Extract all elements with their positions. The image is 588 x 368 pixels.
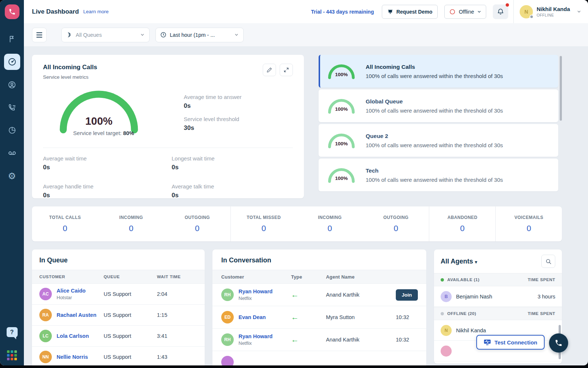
- learn-more-link[interactable]: Learn more: [83, 9, 109, 14]
- connection-pulse-icon: [484, 339, 491, 346]
- app-window: ⚙ ? Live Dashboard Learn more Trial - 44…: [0, 0, 588, 365]
- col-customer: Customer: [221, 274, 291, 280]
- service-level-gauge: 100% Service level target: 80%: [43, 88, 172, 139]
- pencil-icon: [266, 67, 272, 73]
- offline-dot: [441, 312, 444, 315]
- user-presence-dot: [530, 15, 534, 19]
- avatar: NN: [39, 351, 52, 363]
- in-queue-row: AC Alice Caido Hotstar US Support 2:04: [32, 284, 205, 305]
- in-queue-row: RA Rachael Austen US Support 1:15: [32, 305, 205, 326]
- customer-link[interactable]: Ryan Howard: [239, 333, 273, 339]
- test-connection-button[interactable]: Test Connection: [476, 335, 545, 350]
- in-conversation-panel: In Conversation Customer Type Agent Name…: [212, 250, 426, 365]
- queue-gauge: 100%: [327, 98, 355, 114]
- user-avatar: N: [520, 5, 533, 18]
- queue-summary-panel: 100% All Incoming Calls 100% of calls we…: [319, 55, 562, 198]
- presence-dropdown[interactable]: Offline: [444, 5, 486, 19]
- customer-link[interactable]: Ryan Howard: [239, 289, 273, 294]
- chevron-down-icon: [140, 32, 145, 37]
- queue-panel-scrollbar[interactable]: [560, 56, 562, 121]
- queue-item-queue-2[interactable]: 100% Queue 2 100% of calls were answered…: [319, 124, 558, 157]
- gear-icon: ⚙: [8, 171, 16, 181]
- presentation-icon: [387, 9, 393, 15]
- app-switcher-grid-icon[interactable]: [7, 350, 17, 360]
- filter-bar: All Queues Last hour (1pm - ...: [24, 23, 588, 47]
- metric-avg-talk-time: Average talk time 0s: [172, 183, 293, 199]
- sidebar-item-dashboard[interactable]: [4, 54, 20, 70]
- bell-icon: [497, 8, 504, 15]
- edit-button[interactable]: [263, 64, 276, 76]
- user-status: OFFLINE: [537, 13, 570, 17]
- search-icon: [545, 258, 552, 265]
- sidebar-item-contacts[interactable]: [4, 77, 20, 93]
- queues-filter-dropdown[interactable]: All Queues: [61, 28, 150, 42]
- time-range-dropdown[interactable]: Last hour (1pm - ...: [155, 28, 244, 42]
- join-call-button[interactable]: Join: [396, 289, 418, 301]
- in-conversation-row: RH Ryan Howard Netflix ← Anand Karthik 1…: [212, 329, 426, 351]
- sidebar-item-voicemail[interactable]: [4, 145, 20, 161]
- menu-toggle-button[interactable]: [32, 28, 47, 42]
- metric-avg-time-to-answer: Average time to answer 0s: [184, 94, 241, 110]
- service-level-card: All Incoming Calls Service level metrics: [32, 55, 304, 198]
- stat-total-missed: TOTAL MISSED0: [230, 206, 297, 241]
- service-card-title: All Incoming Calls: [43, 64, 97, 71]
- sidebar-item-call-metrics[interactable]: [4, 99, 20, 116]
- in-conversation-row: ED Evan Dean ← Myra Sutton 10:32: [212, 306, 426, 329]
- phone-widget-button[interactable]: [549, 333, 568, 353]
- stat-voicemails: VOICEMAILS0: [495, 206, 562, 241]
- call-stats-bar: TOTAL CALLS0 INCOMING0 OUTGOING0 TOTAL M…: [32, 206, 562, 241]
- help-button[interactable]: ?: [7, 327, 18, 337]
- queue-gauge: 100%: [327, 132, 355, 149]
- chevron-down-icon: [234, 32, 239, 37]
- page-title: Live Dashboard: [32, 8, 79, 15]
- expand-button[interactable]: [280, 64, 293, 76]
- sidebar-item-reports[interactable]: [4, 122, 20, 138]
- agent-row: B Benjamin Nash 3 hours: [434, 286, 562, 307]
- customer-link[interactable]: Alice Caido: [57, 288, 86, 294]
- customer-link[interactable]: Lola Carlson: [57, 333, 89, 339]
- sidebar-item-settings[interactable]: ⚙: [4, 168, 20, 184]
- trial-banner[interactable]: Trial - 443 days remaining: [311, 9, 374, 15]
- queue-item-tech[interactable]: 100% Tech 100% of calls were answered wi…: [319, 159, 558, 191]
- customer-link[interactable]: Nellie Norris: [57, 354, 88, 360]
- agents-section-offline: OFFLINE (20) TIME SPENT: [434, 307, 562, 320]
- app-logo-phone-icon[interactable]: [5, 4, 19, 19]
- sidebar: ⚙ ?: [0, 0, 24, 365]
- stat-outgoing: OUTGOING0: [164, 206, 230, 241]
- in-queue-panel: In Queue CUSTOMER QUEUE WAIT TIME AC Ali…: [32, 250, 205, 365]
- queue-item-global-queue[interactable]: 100% Global Queue 100% of calls were ans…: [319, 89, 558, 122]
- in-queue-row: LC Lola Carlson US Support 3:41: [32, 326, 205, 347]
- clock-icon: [160, 32, 166, 38]
- customer-link[interactable]: Evan Dean: [239, 314, 266, 320]
- sidebar-item-flag[interactable]: [4, 31, 20, 47]
- queue-phone-icon: [66, 32, 72, 38]
- stat-total-calls: TOTAL CALLS0: [32, 206, 98, 241]
- col-agent-name: Agent Name: [326, 274, 396, 280]
- chevron-down-icon: [477, 10, 481, 14]
- request-demo-button[interactable]: Request Demo: [382, 5, 438, 19]
- chevron-down-icon: [577, 9, 581, 14]
- in-queue-title: In Queue: [39, 256, 68, 264]
- notifications-button[interactable]: [493, 4, 508, 19]
- incoming-call-arrow-icon: ←: [291, 313, 326, 322]
- in-conversation-title: In Conversation: [221, 256, 271, 264]
- avatar: ED: [221, 311, 234, 323]
- service-card-subtitle: Service level metrics: [43, 74, 97, 80]
- stat-incoming: INCOMING0: [98, 206, 164, 241]
- avatar: AC: [39, 288, 52, 300]
- agents-filter-dropdown[interactable]: All Agents ▾: [441, 258, 477, 265]
- user-menu[interactable]: N Nikhil Kanda OFFLINE: [520, 5, 588, 18]
- avatar: LC: [39, 330, 52, 342]
- queue-item-all-incoming-calls[interactable]: 100% All Incoming Calls 100% of calls we…: [319, 55, 558, 88]
- avatar: B: [441, 291, 452, 302]
- time-range-value: Last hour (1pm - ...: [170, 32, 231, 38]
- stat-abandoned: ABANDONED0: [429, 206, 495, 241]
- avatar: [221, 356, 234, 365]
- queues-filter-value: All Queues: [76, 32, 137, 38]
- top-header: Live Dashboard Learn more Trial - 443 da…: [24, 0, 588, 23]
- avatar: RH: [221, 333, 234, 346]
- customer-link[interactable]: Rachael Austen: [57, 312, 96, 318]
- agent-search-button[interactable]: [541, 255, 555, 268]
- col-wait-time: WAIT TIME: [157, 275, 197, 279]
- metric-avg-wait-time: Average wait time 0s: [43, 155, 172, 171]
